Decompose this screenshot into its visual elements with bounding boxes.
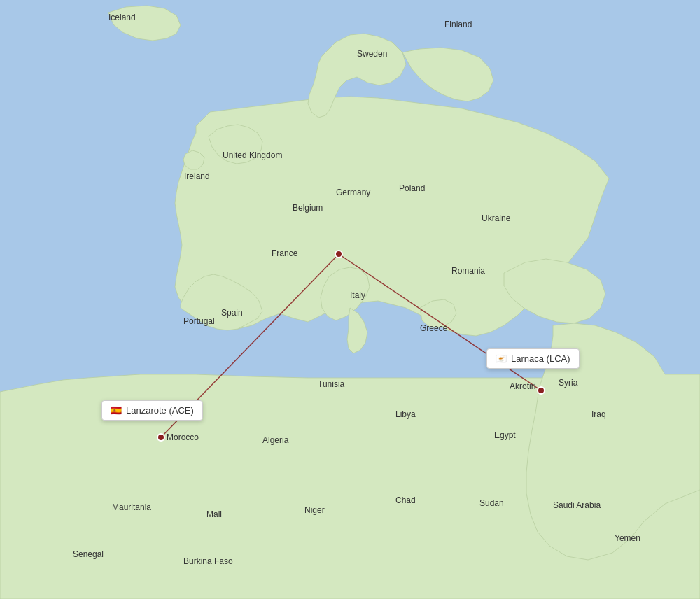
- larnaca-label: Larnaca (LCA): [511, 353, 570, 364]
- lanzarote-flag: 🇪🇸: [111, 405, 122, 416]
- larnaca-flag: 🇨🇾: [496, 353, 507, 364]
- map-svg: [0, 0, 700, 599]
- map-container: Iceland Finland Sweden Ireland United Ki…: [0, 0, 700, 599]
- lanzarote-tooltip[interactable]: 🇪🇸 Lanzarote (ACE): [102, 400, 203, 421]
- svg-point-3: [335, 251, 342, 258]
- larnaca-tooltip[interactable]: 🇨🇾 Larnaca (LCA): [486, 348, 580, 369]
- svg-point-5: [538, 387, 545, 394]
- svg-point-4: [158, 434, 164, 441]
- lanzarote-label: Lanzarote (ACE): [126, 405, 194, 416]
